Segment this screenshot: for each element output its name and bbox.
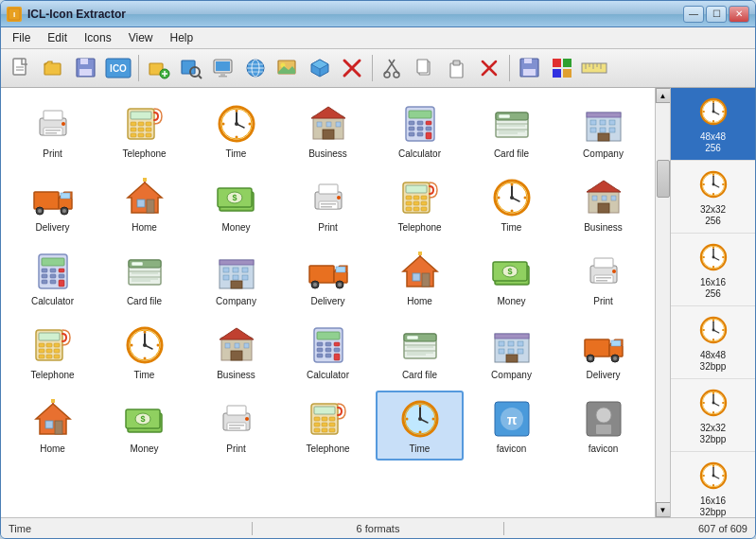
svg-rect-126 — [147, 200, 154, 213]
windows-button[interactable] — [547, 53, 577, 83]
icon-cell-10[interactable]: Print — [284, 169, 372, 239]
icon-cell-11[interactable]: Telephone — [376, 169, 464, 239]
icon-cell-23[interactable]: Business — [192, 317, 280, 387]
icon-cell-29[interactable]: $ $ Money — [100, 391, 188, 461]
close-button[interactable]: ✕ — [729, 6, 749, 23]
sidebar-item-4[interactable]: 32x32 32bpp — [671, 379, 755, 452]
icon-cell-8[interactable]: Home — [100, 169, 188, 239]
scroll-thumb[interactable] — [657, 160, 670, 198]
icon-cell-1[interactable]: Telephone — [100, 96, 188, 165]
icon-cell-19[interactable]: $ $ Money — [467, 243, 555, 313]
icon-label-11: Telephone — [397, 222, 441, 234]
icon-cell-20[interactable]: Print — [559, 243, 647, 313]
menu-view[interactable]: View — [121, 29, 161, 46]
ico-button[interactable]: ICO — [103, 53, 133, 83]
open-button[interactable] — [39, 53, 69, 83]
copy-button[interactable] — [410, 53, 440, 83]
icon-cell-28[interactable]: Home — [9, 391, 97, 461]
icon-cell-13[interactable]: Business — [559, 169, 647, 239]
icon-cell-25[interactable]: Card file — [376, 317, 464, 387]
svg-rect-48 — [563, 59, 571, 67]
icon-label-32: Time — [410, 443, 431, 455]
icon-cell-9[interactable]: $ $ Money — [192, 169, 280, 239]
icon-image-20 — [581, 249, 626, 294]
scroll-down[interactable]: ▼ — [656, 502, 671, 517]
icon-cell-7[interactable]: Delivery — [9, 169, 97, 239]
svg-rect-196 — [231, 281, 242, 288]
icon-cell-3[interactable]: Business — [284, 96, 372, 165]
svg-rect-300 — [229, 425, 244, 426]
icon-cell-32[interactable]: Time — [376, 391, 464, 461]
icon-cell-27[interactable]: Delivery — [559, 317, 647, 387]
icon-cell-12[interactable]: Time — [467, 169, 555, 239]
icon-cell-16[interactable]: Company — [192, 243, 280, 313]
toolbar-sep-3 — [509, 55, 510, 81]
ruler-button[interactable] — [579, 53, 609, 83]
minimize-button[interactable]: — — [683, 6, 704, 23]
svg-rect-119 — [61, 193, 70, 199]
svg-rect-46 — [523, 69, 536, 76]
monitor-button[interactable] — [208, 53, 238, 83]
svg-point-371 — [722, 402, 724, 404]
svg-point-241 — [143, 357, 146, 360]
icon-cell-24[interactable]: Calculator — [284, 317, 372, 387]
box-button[interactable] — [305, 53, 335, 83]
icon-image-22 — [122, 322, 167, 368]
icon-cell-22[interactable]: Time — [100, 317, 188, 387]
svg-point-283 — [613, 356, 617, 360]
save2-button[interactable] — [515, 53, 545, 83]
sidebar-item-0[interactable]: 48x48 256 — [671, 88, 755, 161]
image-button[interactable] — [273, 53, 303, 83]
delete2-button[interactable] — [474, 53, 504, 83]
new-button[interactable] — [7, 53, 37, 83]
menu-file[interactable]: File — [5, 29, 38, 46]
cut-button[interactable] — [378, 53, 408, 83]
svg-point-281 — [589, 356, 592, 360]
svg-rect-70 — [146, 128, 151, 131]
icon-cell-14[interactable]: Calculator — [9, 243, 97, 313]
icon-grid-container[interactable]: Print Telephone — [1, 88, 655, 517]
search-button[interactable] — [176, 53, 206, 83]
svg-rect-115 — [609, 128, 615, 132]
save-button[interactable] — [71, 53, 101, 83]
scroll-up[interactable]: ▲ — [656, 88, 671, 103]
icon-cell-31[interactable]: Telephone — [284, 391, 372, 461]
menu-icons[interactable]: Icons — [77, 29, 119, 46]
sidebar-item-1[interactable]: 32x32 256 — [671, 161, 755, 234]
delete-button[interactable] — [337, 53, 367, 83]
icon-cell-4[interactable]: Calculator — [376, 96, 464, 165]
svg-rect-138 — [319, 184, 338, 194]
maximize-button[interactable]: ☐ — [706, 6, 727, 23]
sidebar-item-3[interactable]: 48x48 32bpp — [671, 306, 755, 379]
icon-cell-33[interactable]: π favicon — [467, 391, 555, 461]
icon-label-31: Telephone — [306, 443, 349, 455]
svg-rect-285 — [45, 421, 53, 428]
svg-point-37 — [394, 72, 399, 78]
sidebar-label-4: 32x32 32bpp — [700, 423, 727, 445]
icon-cell-21[interactable]: Telephone — [9, 317, 97, 387]
menu-edit[interactable]: Edit — [40, 29, 75, 46]
svg-rect-195 — [242, 275, 248, 280]
icon-cell-30[interactable]: Print — [192, 391, 280, 461]
icon-cell-17[interactable]: Delivery — [284, 243, 372, 313]
icon-cell-2[interactable]: Time — [192, 96, 280, 165]
icon-cell-15[interactable]: Card file — [100, 243, 188, 313]
menu-help[interactable]: Help — [163, 29, 202, 46]
icon-image-27 — [581, 322, 626, 368]
globe-button[interactable] — [240, 53, 271, 83]
icon-cell-6[interactable]: Company — [559, 96, 647, 165]
svg-rect-68 — [131, 128, 136, 131]
icon-cell-0[interactable]: Print — [9, 96, 97, 165]
icon-label-16: Company — [216, 296, 256, 307]
icon-cell-34[interactable]: favicon — [559, 391, 647, 461]
paste-button[interactable] — [442, 53, 472, 83]
icon-cell-26[interactable]: Company — [467, 317, 555, 387]
icon-cell-18[interactable]: Home — [376, 243, 464, 313]
add-button[interactable] — [144, 53, 174, 83]
svg-point-162 — [497, 197, 500, 200]
svg-rect-220 — [596, 277, 611, 279]
icon-cell-5[interactable]: Card file — [467, 96, 555, 165]
svg-point-334 — [712, 101, 713, 103]
sidebar-item-5[interactable]: 16x16 32bpp — [671, 452, 755, 517]
sidebar-item-2[interactable]: 16x16 256 — [671, 234, 755, 306]
